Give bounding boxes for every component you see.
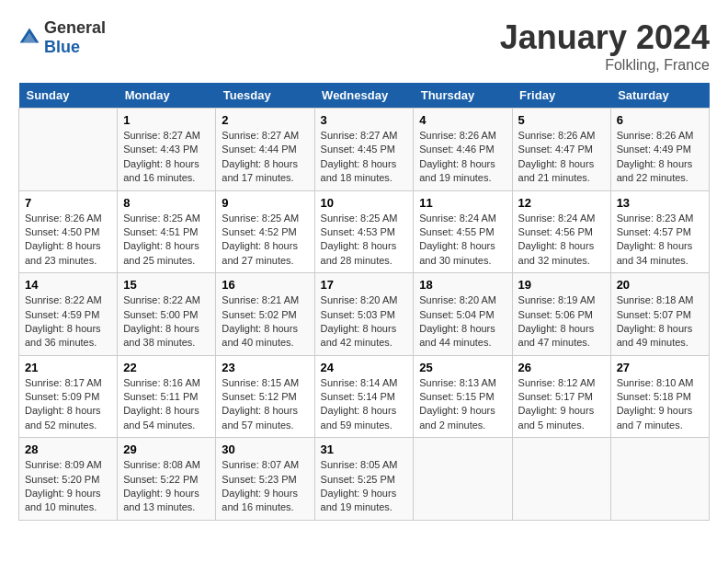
day-number: 21 [25, 361, 111, 374]
calendar-cell: 23Sunrise: 8:15 AM Sunset: 5:12 PM Dayli… [216, 355, 314, 438]
day-number: 25 [419, 361, 506, 374]
day-info: Sunrise: 8:05 AM Sunset: 5:25 PM Dayligh… [321, 458, 408, 515]
calendar-cell: 31Sunrise: 8:05 AM Sunset: 5:25 PM Dayli… [314, 438, 414, 521]
day-info: Sunrise: 8:24 AM Sunset: 4:55 PM Dayligh… [419, 212, 506, 269]
day-info: Sunrise: 8:18 AM Sunset: 5:07 PM Dayligh… [617, 293, 703, 350]
page-header: General Blue January 2024 Folkling, Fran… [18, 18, 710, 74]
day-number: 6 [617, 113, 703, 127]
calendar-cell: 10Sunrise: 8:25 AM Sunset: 4:53 PM Dayli… [314, 190, 414, 273]
day-info: Sunrise: 8:21 AM Sunset: 5:02 PM Dayligh… [222, 293, 308, 350]
day-number: 8 [123, 196, 210, 210]
calendar-cell: 7Sunrise: 8:26 AM Sunset: 4:50 PM Daylig… [19, 190, 118, 273]
calendar-week-5: 28Sunrise: 8:09 AM Sunset: 5:20 PM Dayli… [19, 438, 710, 521]
day-number: 12 [518, 196, 605, 210]
calendar-week-3: 14Sunrise: 8:22 AM Sunset: 4:59 PM Dayli… [19, 273, 710, 356]
day-info: Sunrise: 8:22 AM Sunset: 4:59 PM Dayligh… [25, 293, 111, 350]
day-info: Sunrise: 8:24 AM Sunset: 4:56 PM Dayligh… [518, 212, 605, 269]
day-info: Sunrise: 8:14 AM Sunset: 5:14 PM Dayligh… [321, 376, 408, 433]
day-info: Sunrise: 8:19 AM Sunset: 5:06 PM Dayligh… [518, 293, 605, 350]
calendar-cell: 26Sunrise: 8:12 AM Sunset: 5:17 PM Dayli… [512, 355, 610, 438]
day-number: 14 [25, 278, 111, 292]
logo-general: General [44, 18, 106, 37]
logo: General Blue [18, 18, 106, 57]
calendar-cell: 13Sunrise: 8:23 AM Sunset: 4:57 PM Dayli… [610, 190, 709, 273]
day-info: Sunrise: 8:17 AM Sunset: 5:09 PM Dayligh… [25, 376, 111, 433]
day-info: Sunrise: 8:26 AM Sunset: 4:47 PM Dayligh… [518, 129, 605, 186]
logo-blue: Blue [44, 38, 80, 56]
calendar-cell: 21Sunrise: 8:17 AM Sunset: 5:09 PM Dayli… [19, 355, 118, 438]
day-number: 7 [25, 196, 111, 210]
day-number: 27 [617, 361, 703, 374]
calendar-cell: 5Sunrise: 8:26 AM Sunset: 4:47 PM Daylig… [512, 109, 610, 191]
day-number: 13 [617, 196, 703, 210]
day-number: 31 [321, 442, 408, 456]
calendar-cell: 1Sunrise: 8:27 AM Sunset: 4:43 PM Daylig… [118, 109, 216, 191]
day-number: 22 [123, 361, 210, 374]
day-info: Sunrise: 8:25 AM Sunset: 4:52 PM Dayligh… [222, 212, 308, 269]
calendar-header-row: SundayMondayTuesdayWednesdayThursdayFrid… [19, 83, 710, 109]
day-info: Sunrise: 8:20 AM Sunset: 5:03 PM Dayligh… [321, 293, 408, 350]
day-info: Sunrise: 8:07 AM Sunset: 5:23 PM Dayligh… [222, 458, 308, 515]
calendar-cell [610, 438, 709, 521]
calendar-subtitle: Folkling, France [500, 57, 710, 74]
day-number: 23 [222, 361, 308, 374]
header-day-tuesday: Tuesday [216, 83, 314, 109]
calendar-cell [19, 109, 118, 191]
day-info: Sunrise: 8:13 AM Sunset: 5:15 PM Dayligh… [419, 376, 506, 433]
calendar-table: SundayMondayTuesdayWednesdayThursdayFrid… [18, 83, 710, 521]
calendar-cell: 8Sunrise: 8:25 AM Sunset: 4:51 PM Daylig… [118, 190, 216, 273]
day-info: Sunrise: 8:20 AM Sunset: 5:04 PM Dayligh… [419, 293, 506, 350]
day-info: Sunrise: 8:16 AM Sunset: 5:11 PM Dayligh… [123, 376, 210, 433]
day-info: Sunrise: 8:25 AM Sunset: 4:53 PM Dayligh… [321, 212, 408, 269]
day-info: Sunrise: 8:09 AM Sunset: 5:20 PM Dayligh… [25, 458, 111, 515]
calendar-title: January 2024 [500, 18, 710, 57]
day-number: 28 [25, 442, 111, 456]
calendar-cell: 14Sunrise: 8:22 AM Sunset: 4:59 PM Dayli… [19, 273, 118, 356]
calendar-cell: 25Sunrise: 8:13 AM Sunset: 5:15 PM Dayli… [414, 355, 512, 438]
calendar-cell: 29Sunrise: 8:08 AM Sunset: 5:22 PM Dayli… [118, 438, 216, 521]
calendar-cell: 11Sunrise: 8:24 AM Sunset: 4:55 PM Dayli… [414, 190, 512, 273]
day-number: 5 [518, 113, 605, 127]
calendar-cell: 30Sunrise: 8:07 AM Sunset: 5:23 PM Dayli… [216, 438, 314, 521]
calendar-week-4: 21Sunrise: 8:17 AM Sunset: 5:09 PM Dayli… [19, 355, 710, 438]
header-day-saturday: Saturday [610, 83, 709, 109]
day-number: 17 [321, 278, 408, 292]
day-number: 24 [321, 361, 408, 374]
calendar-cell: 18Sunrise: 8:20 AM Sunset: 5:04 PM Dayli… [414, 273, 512, 356]
day-number: 10 [321, 196, 408, 210]
day-info: Sunrise: 8:27 AM Sunset: 4:44 PM Dayligh… [222, 129, 308, 186]
calendar-cell: 22Sunrise: 8:16 AM Sunset: 5:11 PM Dayli… [118, 355, 216, 438]
day-info: Sunrise: 8:26 AM Sunset: 4:49 PM Dayligh… [617, 129, 703, 186]
calendar-cell [512, 438, 610, 521]
day-number: 29 [123, 442, 210, 456]
calendar-cell [414, 438, 512, 521]
calendar-cell: 20Sunrise: 8:18 AM Sunset: 5:07 PM Dayli… [610, 273, 709, 356]
day-number: 30 [222, 442, 308, 456]
day-info: Sunrise: 8:10 AM Sunset: 5:18 PM Dayligh… [617, 376, 703, 433]
header-day-friday: Friday [512, 83, 610, 109]
logo-text: General Blue [44, 18, 106, 57]
day-number: 20 [617, 278, 703, 292]
day-number: 18 [419, 278, 506, 292]
calendar-cell: 27Sunrise: 8:10 AM Sunset: 5:18 PM Dayli… [610, 355, 709, 438]
day-number: 26 [518, 361, 605, 374]
calendar-body: 1Sunrise: 8:27 AM Sunset: 4:43 PM Daylig… [19, 109, 710, 521]
calendar-cell: 4Sunrise: 8:26 AM Sunset: 4:46 PM Daylig… [414, 109, 512, 191]
calendar-cell: 16Sunrise: 8:21 AM Sunset: 5:02 PM Dayli… [216, 273, 314, 356]
calendar-cell: 24Sunrise: 8:14 AM Sunset: 5:14 PM Dayli… [314, 355, 414, 438]
day-number: 16 [222, 278, 308, 292]
logo-icon [18, 27, 40, 49]
day-info: Sunrise: 8:15 AM Sunset: 5:12 PM Dayligh… [222, 376, 308, 433]
title-block: January 2024 Folkling, France [500, 18, 710, 74]
day-number: 19 [518, 278, 605, 292]
calendar-week-2: 7Sunrise: 8:26 AM Sunset: 4:50 PM Daylig… [19, 190, 710, 273]
day-info: Sunrise: 8:25 AM Sunset: 4:51 PM Dayligh… [123, 212, 210, 269]
calendar-cell: 15Sunrise: 8:22 AM Sunset: 5:00 PM Dayli… [118, 273, 216, 356]
day-info: Sunrise: 8:27 AM Sunset: 4:45 PM Dayligh… [321, 129, 408, 186]
header-day-sunday: Sunday [19, 83, 118, 109]
header-day-thursday: Thursday [414, 83, 512, 109]
day-number: 3 [321, 113, 408, 127]
day-info: Sunrise: 8:23 AM Sunset: 4:57 PM Dayligh… [617, 212, 703, 269]
day-number: 11 [419, 196, 506, 210]
calendar-cell: 9Sunrise: 8:25 AM Sunset: 4:52 PM Daylig… [216, 190, 314, 273]
